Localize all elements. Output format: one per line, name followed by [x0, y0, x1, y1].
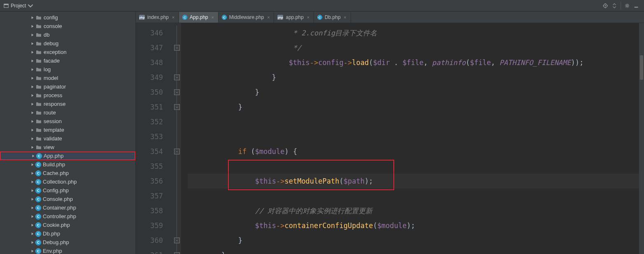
- chevron-right-icon[interactable]: [30, 93, 35, 98]
- chevron-right-icon[interactable]: [30, 75, 35, 81]
- fold-toggle[interactable]: [174, 75, 180, 80]
- tree-item-console[interactable]: console: [0, 22, 135, 30]
- tree-item-controller-php[interactable]: CController.php: [0, 212, 135, 221]
- code-line-360[interactable]: }: [188, 233, 639, 248]
- code-line-353[interactable]: [188, 129, 639, 144]
- chevron-right-icon[interactable]: [30, 162, 35, 168]
- tab-index-php[interactable]: phpindex.php×: [136, 12, 179, 23]
- tree-item-process[interactable]: process: [0, 91, 135, 100]
- chevron-right-icon[interactable]: [30, 15, 35, 21]
- tab-app-php[interactable]: phpapp.php×: [274, 12, 314, 23]
- tree-item-view[interactable]: view: [0, 143, 135, 151]
- chevron-right-icon[interactable]: [30, 153, 36, 159]
- code-line-350[interactable]: }: [188, 85, 639, 100]
- chevron-right-icon[interactable]: [30, 188, 35, 193]
- code-line-354[interactable]: if ($module) {: [188, 144, 639, 159]
- tree-item-env-php[interactable]: CEnv.php: [0, 247, 135, 254]
- chevron-right-icon[interactable]: [30, 170, 35, 176]
- chevron-right-icon[interactable]: [30, 110, 35, 116]
- chevron-right-icon[interactable]: [30, 222, 35, 228]
- collapse-icon-button[interactable]: [610, 1, 619, 10]
- tree-item-build-php[interactable]: CBuild.php: [0, 160, 135, 169]
- code-line-352[interactable]: [188, 114, 639, 129]
- close-icon[interactable]: ×: [306, 15, 310, 19]
- fold-toggle[interactable]: [174, 89, 180, 95]
- vertical-scrollbar[interactable]: [639, 23, 644, 254]
- code-line-351[interactable]: }: [188, 100, 639, 114]
- tree-item-session[interactable]: session: [0, 117, 135, 126]
- hide-icon-button[interactable]: [632, 1, 641, 10]
- tab-middleware-php[interactable]: CMiddleware.php×: [219, 12, 274, 23]
- chevron-right-icon[interactable]: [30, 179, 35, 185]
- code-line-359[interactable]: $this->containerConfigUpdate($module);: [188, 218, 639, 233]
- chevron-right-icon[interactable]: [30, 32, 35, 38]
- code-line-348[interactable]: $this->config->load($dir . $file, pathin…: [188, 55, 639, 70]
- code-line-357[interactable]: [188, 189, 639, 203]
- chevron-right-icon[interactable]: [30, 67, 35, 72]
- tab-db-php[interactable]: CDb.php×: [314, 12, 351, 23]
- tree-item-debug[interactable]: debug: [0, 39, 135, 48]
- chevron-right-icon[interactable]: [30, 248, 35, 254]
- chevron-right-icon[interactable]: [30, 205, 35, 211]
- fold-toggle[interactable]: [174, 45, 180, 51]
- chevron-right-icon[interactable]: [30, 136, 35, 142]
- tree-item-console-php[interactable]: CConsole.php: [0, 195, 135, 203]
- fold-column[interactable]: [173, 23, 181, 254]
- tree-item-paginator[interactable]: paginator: [0, 82, 135, 91]
- tree-item-config[interactable]: config: [0, 13, 135, 22]
- project-tree[interactable]: configconsoledbdebugexceptionfacadelogmo…: [0, 12, 136, 254]
- code-line-347[interactable]: */: [188, 40, 639, 55]
- tree-item-label: Debug.php: [43, 239, 69, 245]
- scrollbar-thumb[interactable]: [640, 55, 643, 80]
- tree-item-db[interactable]: db: [0, 30, 135, 39]
- tree-item-collection-php[interactable]: CCollection.php: [0, 177, 135, 186]
- chevron-right-icon[interactable]: [30, 240, 35, 245]
- tree-item-cache-php[interactable]: CCache.php: [0, 169, 135, 177]
- fold-toggle[interactable]: [174, 104, 180, 110]
- close-icon[interactable]: ×: [171, 15, 175, 19]
- code-content[interactable]: * 2.config目录下文件名 */ $this->config->load(…: [181, 23, 639, 254]
- class-icon: C: [35, 170, 41, 176]
- project-dropdown[interactable]: Project: [3, 3, 33, 9]
- chevron-right-icon[interactable]: [30, 119, 35, 124]
- close-icon[interactable]: ×: [343, 15, 347, 19]
- code-line-361[interactable]: }: [188, 248, 639, 254]
- chevron-right-icon[interactable]: [30, 58, 35, 64]
- line-number: 351: [136, 100, 173, 114]
- chevron-right-icon[interactable]: [30, 127, 35, 133]
- chevron-right-icon[interactable]: [30, 101, 35, 107]
- tree-item-db-php[interactable]: CDb.php: [0, 229, 135, 238]
- gear-icon-button[interactable]: [623, 1, 632, 10]
- tree-item-response[interactable]: response: [0, 100, 135, 108]
- tree-item-cookie-php[interactable]: CCookie.php: [0, 221, 135, 229]
- chevron-right-icon[interactable]: [30, 214, 35, 219]
- tree-item-config-php[interactable]: CConfig.php: [0, 186, 135, 195]
- code-line-349[interactable]: }: [188, 70, 639, 85]
- target-icon-button[interactable]: [601, 1, 610, 10]
- tree-item-exception[interactable]: exception: [0, 48, 135, 56]
- tree-item-app-php[interactable]: CApp.php: [0, 151, 135, 160]
- tree-item-log[interactable]: log: [0, 65, 135, 74]
- code-line-358[interactable]: // 对容器中的对象实例进行配置更新: [188, 203, 639, 218]
- tree-item-container-php[interactable]: CContainer.php: [0, 203, 135, 212]
- fold-toggle[interactable]: [174, 149, 180, 154]
- fold-toggle[interactable]: [174, 252, 180, 254]
- chevron-right-icon[interactable]: [30, 231, 35, 237]
- close-icon[interactable]: ×: [211, 15, 215, 19]
- tree-item-debug-php[interactable]: CDebug.php: [0, 238, 135, 247]
- code-line-346[interactable]: * 2.config目录下文件名: [188, 26, 639, 40]
- chevron-right-icon[interactable]: [30, 84, 35, 90]
- chevron-right-icon[interactable]: [30, 49, 35, 55]
- tree-item-facade[interactable]: facade: [0, 56, 135, 65]
- chevron-right-icon[interactable]: [30, 23, 35, 29]
- close-icon[interactable]: ×: [266, 15, 270, 19]
- chevron-right-icon[interactable]: [30, 196, 35, 202]
- fold-toggle[interactable]: [174, 238, 180, 243]
- tree-item-template[interactable]: template: [0, 126, 135, 134]
- chevron-right-icon[interactable]: [30, 41, 35, 47]
- tree-item-validate[interactable]: validate: [0, 134, 135, 143]
- chevron-right-icon[interactable]: [30, 144, 35, 150]
- tree-item-route[interactable]: route: [0, 108, 135, 117]
- tab-app-php[interactable]: CApp.php×: [179, 12, 219, 23]
- tree-item-model[interactable]: model: [0, 74, 135, 82]
